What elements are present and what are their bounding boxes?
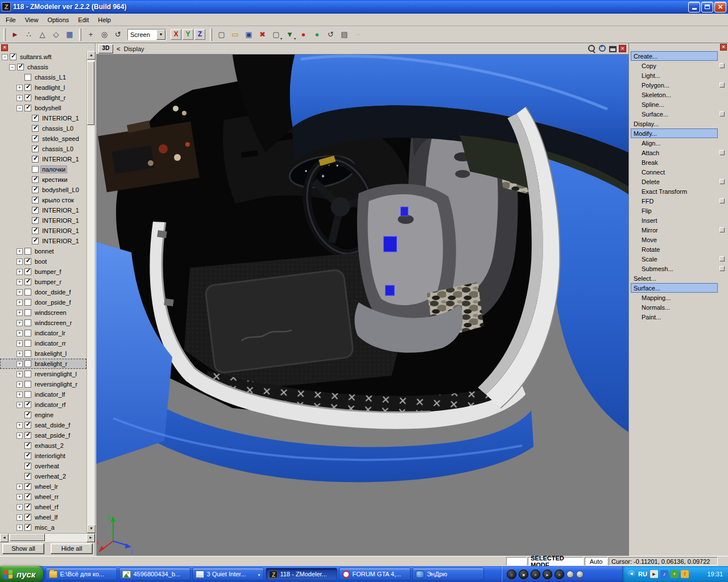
command-options-box[interactable] [719, 111, 725, 117]
visibility-checkbox[interactable] [24, 319, 31, 326]
visibility-checkbox[interactable] [32, 186, 39, 193]
expand-plus-icon[interactable]: + [16, 504, 23, 510]
scroll-right-icon[interactable]: ► [86, 534, 95, 542]
tree-row[interactable]: −bodyshell [0, 103, 86, 113]
taskbar-button[interactable]: ЭнДрю [412, 568, 484, 580]
menu-options[interactable]: Options [43, 15, 73, 24]
status-auto-toggle[interactable]: Auto [585, 557, 607, 566]
minimize-button[interactable] [688, 2, 700, 13]
command-connect[interactable]: Connect [629, 167, 728, 177]
tree-row[interactable]: steklo_speed [0, 134, 86, 144]
taskbar-button[interactable]: E:\Всё для ко... [46, 568, 117, 580]
menu-view[interactable]: View [20, 15, 43, 24]
expand-plus-icon[interactable]: + [16, 95, 23, 101]
tree-row[interactable]: +bonnet [0, 246, 86, 256]
command-scale[interactable]: Scale [629, 254, 728, 264]
visibility-checkbox[interactable] [24, 442, 31, 449]
visibility-checkbox[interactable] [24, 268, 31, 275]
tree-row[interactable]: +brakelight_l [0, 348, 86, 359]
projection-select[interactable]: Screen [127, 29, 166, 40]
media-power-icon[interactable]: ○ [507, 569, 516, 579]
expand-plus-icon[interactable]: + [16, 85, 23, 91]
command-rotate[interactable]: Rotate [629, 244, 728, 254]
undo-icon[interactable]: ↺ [324, 28, 337, 41]
visibility-checkbox[interactable] [24, 330, 31, 336]
panel-close-icon[interactable] [1, 44, 8, 51]
tree-row[interactable]: +windscreen [0, 307, 86, 318]
tree-row[interactable]: +wheel_lr [0, 481, 86, 492]
visibility-checkbox[interactable] [17, 64, 24, 70]
command-move[interactable]: Move [629, 235, 728, 244]
visibility-checkbox[interactable] [32, 176, 39, 183]
command-insert[interactable]: Insert [629, 215, 728, 225]
texture-browser-icon[interactable]: ● [311, 28, 324, 41]
maximize-view-icon[interactable] [609, 46, 617, 52]
taskbar-button[interactable]: FORUM GTA 4,... [339, 568, 411, 580]
visibility-checkbox[interactable] [24, 524, 31, 531]
command-options-box[interactable] [719, 63, 725, 68]
command-align[interactable]: Align... [629, 138, 728, 148]
tree-row[interactable]: крестики [0, 174, 86, 185]
expand-plus-icon[interactable]: + [16, 289, 23, 296]
tree-row[interactable]: overheat [0, 461, 86, 471]
material-editor-icon[interactable]: ● [297, 28, 310, 41]
expand-plus-icon[interactable]: + [16, 300, 23, 306]
rotate-view-icon[interactable]: ↺ [111, 28, 125, 41]
scroll-left-icon[interactable]: ◄ [0, 534, 9, 542]
command-polygon[interactable]: Polygon... [629, 80, 728, 90]
tray-player-icon[interactable]: ► [650, 570, 658, 578]
tree-row[interactable]: +headlight_l [0, 82, 86, 93]
select-objects-icon[interactable]: ► [9, 28, 22, 41]
visibility-checkbox[interactable] [32, 217, 39, 224]
export-icon[interactable]: ▼▾ [283, 28, 296, 41]
menu-edit[interactable]: Edit [73, 15, 93, 24]
tree-row[interactable]: +seat_dside_f [0, 420, 86, 430]
visibility-checkbox[interactable] [24, 278, 31, 285]
combo-dropdown-arrow-icon[interactable] [156, 30, 166, 40]
tree-row[interactable]: interiorlight [0, 451, 86, 461]
clock[interactable]: 19:31 [707, 571, 723, 577]
zoom-icon[interactable] [588, 44, 596, 53]
tree-row[interactable]: +indicator_lr [0, 328, 86, 338]
command-options-box[interactable] [719, 82, 725, 88]
view-mode-3d-button[interactable]: 3D [98, 44, 113, 53]
tree-row[interactable]: INTERIOR_1 [0, 113, 86, 123]
visibility-checkbox[interactable] [24, 422, 31, 429]
3d-viewport-canvas[interactable]: y x z [96, 55, 628, 556]
command-surface[interactable]: Surface... [629, 109, 728, 119]
tree-row[interactable]: chassis_L0 [0, 144, 86, 154]
visibility-checkbox[interactable] [24, 381, 31, 388]
visibility-checkbox[interactable] [10, 53, 16, 60]
scroll-thumb[interactable] [87, 61, 94, 125]
expand-plus-icon[interactable]: + [16, 248, 23, 255]
tree-row[interactable]: +wheel_rr [0, 492, 86, 502]
expand-plus-icon[interactable]: + [16, 494, 23, 500]
tree-horizontal-scrollbar[interactable]: ◄ ► [0, 533, 95, 542]
visibility-checkbox[interactable] [32, 207, 39, 214]
3d-viewport[interactable]: y x z [96, 55, 628, 556]
tree-vertical-scrollbar[interactable]: ▲ ▼ [86, 51, 95, 533]
media-volume-knob[interactable] [566, 571, 574, 578]
tree-row[interactable]: +bumper_f [0, 267, 86, 277]
visibility-checkbox[interactable] [24, 289, 31, 296]
select-edges-icon[interactable]: △ [36, 28, 49, 41]
visibility-checkbox[interactable] [32, 115, 39, 122]
visibility-checkbox[interactable] [24, 483, 31, 490]
visibility-checkbox[interactable] [32, 238, 39, 244]
tree-row[interactable]: +wheel_rf [0, 502, 86, 512]
visibility-checkbox[interactable] [32, 135, 39, 142]
command-spline[interactable]: Spline... [629, 99, 728, 109]
expand-plus-icon[interactable]: + [16, 269, 23, 275]
expand-plus-icon[interactable]: + [16, 514, 23, 521]
visibility-checkbox[interactable] [32, 146, 39, 152]
toolbar-drag-handle[interactable] [210, 28, 212, 41]
visibility-checkbox[interactable] [24, 401, 31, 408]
scroll-down-icon[interactable]: ▼ [87, 525, 96, 533]
open-file-icon[interactable]: ▭ [229, 28, 242, 41]
new-file-icon[interactable]: ▢ [215, 28, 228, 41]
close-button[interactable]: ✕ [714, 2, 726, 13]
visibility-checkbox[interactable] [24, 360, 31, 367]
delete-icon[interactable]: ✖ [256, 28, 269, 41]
tree-row[interactable]: exhaust_2 [0, 440, 86, 451]
command-submesh[interactable]: Submesh... [629, 264, 728, 273]
